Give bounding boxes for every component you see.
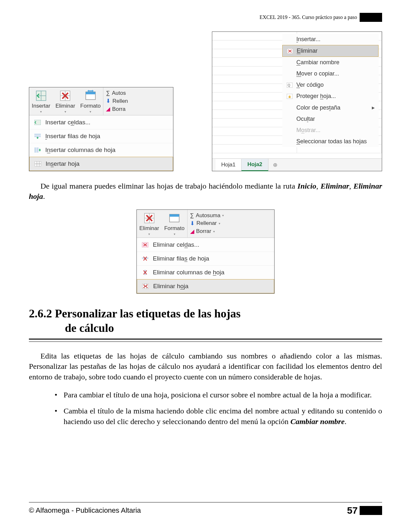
delete-row-icon — [141, 255, 149, 262]
page-header: EXCEL 2019 - 365. Curso práctico paso a … — [29, 13, 382, 22]
paragraph-1: De igual manera puedes eliminar las hoja… — [29, 181, 382, 202]
svg-rect-7 — [86, 92, 95, 94]
ctx-label: Mover o copiar... — [296, 70, 339, 77]
menu-insert-cells[interactable]: Insertar celdas... — [29, 115, 173, 129]
dropdown-arrow-icon: ▾ — [213, 230, 215, 233]
menu-label: Eliminar filas de hoja — [153, 255, 209, 262]
ribbon-btn-eliminar[interactable]: Eliminar ▾ — [53, 87, 78, 115]
menu-delete-columns[interactable]: Eliminar columnas de hoja — [137, 265, 274, 279]
section-heading-262: 2.6.2 Personalizar las etiquetas de las … — [29, 306, 382, 340]
menu-label: Insertar hoja — [46, 160, 80, 167]
format-icon — [85, 90, 96, 102]
delete-sheet-icon — [286, 49, 293, 54]
bullet-1: Para cambiar el título de una hoja, posi… — [55, 390, 382, 400]
menu-delete-cells[interactable]: Eliminar celdas... — [137, 238, 274, 252]
sheet-tab-add[interactable]: ⊕ — [268, 160, 282, 170]
eraser-icon: ◢ — [106, 106, 110, 112]
ribbon-label: Eliminar — [139, 225, 159, 232]
sheet-tab-strip: Hoja1 Hoja2 ⊕ — [212, 159, 382, 171]
ctx-select-all[interactable]: Seleccionar todas las hojas — [282, 136, 379, 147]
ribbon-btn-insertar[interactable]: Insertar ▾ — [29, 87, 53, 115]
ribbon-btn-formato[interactable]: Formato ▾ — [162, 210, 187, 237]
menu-label: Eliminar hoja — [153, 283, 188, 290]
ctx-label: Color de pestaña — [296, 104, 340, 111]
fig-sheet-context-menu: Insertar... Eliminar Cambiar nombre Move… — [212, 31, 382, 171]
sheet-tab-hoja2[interactable]: Hoja2 — [241, 159, 268, 171]
menu-label: Eliminar celdas... — [153, 241, 199, 248]
delete-dropdown-menu: Eliminar celdas... Eliminar filas de hoj… — [137, 238, 274, 293]
sheet-context-menu: Insertar... Eliminar Cambiar nombre Move… — [282, 34, 379, 147]
svg-rect-21 — [289, 96, 291, 98]
fig-insert-ribbon: Insertar ▾ Eliminar ▾ Formato ▾ — [29, 87, 173, 171]
ribbon: Insertar ▾ Eliminar ▾ Formato ▾ — [29, 87, 173, 115]
fill-item[interactable]: ⬇Rellenar▾ — [190, 219, 272, 227]
menu-insert-sheet[interactable]: Insertar hoja — [29, 157, 173, 171]
insert-cells-icon — [34, 119, 41, 126]
submenu-arrow-icon: ▸ — [372, 104, 375, 111]
ribbon-btn-formato[interactable]: Formato ▾ — [78, 87, 103, 115]
ctx-label: Ver código — [296, 82, 324, 88]
page-footer: © Alfaomega - Publicaciones Altaria 57 — [29, 502, 382, 516]
ribbon-label: Formato — [80, 103, 101, 109]
sigma-icon: ∑ — [190, 212, 194, 219]
bullet-2: Cambia el título de la misma haciendo do… — [55, 406, 382, 427]
svg-text:Q: Q — [288, 84, 290, 87]
ctx-view-code[interactable]: QVer código — [282, 79, 379, 91]
ctx-label: Ocultar — [296, 116, 315, 122]
ribbon-side: ∑Autos ⬇Rellen ◢Borra — [103, 87, 173, 115]
autosum-item[interactable]: ∑Autosuma▾ — [190, 212, 272, 219]
insert-sheet-icon — [34, 161, 42, 167]
fig-delete-ribbon: Eliminar ▾ Formato ▾ ∑Autosuma▾ ⬇Rellena… — [136, 209, 275, 294]
ctx-label: Seleccionar todas las hojas — [296, 138, 367, 145]
sheet-tab-hoja1[interactable]: Hoja1 — [215, 159, 241, 171]
dropdown-arrow-icon: ▾ — [222, 214, 224, 217]
clear-item[interactable]: ◢Borrar▾ — [190, 227, 272, 235]
dropdown-arrow-icon: ▾ — [219, 222, 220, 225]
header-title: EXCEL 2019 - 365. Curso práctico paso a … — [259, 14, 357, 20]
svg-rect-9 — [34, 134, 41, 135]
worksheet-grid: Insertar... Eliminar Cambiar nombre Move… — [212, 32, 382, 159]
heading-rule — [29, 341, 382, 342]
svg-rect-26 — [170, 214, 179, 217]
svg-rect-12 — [37, 147, 39, 153]
eraser-icon: ◢ — [190, 228, 194, 235]
ctx-move-copy[interactable]: Mover o copiar... — [282, 68, 379, 79]
menu-label: Eliminar columnas de hoja — [153, 269, 224, 276]
ribbon-side: ∑Autosuma▾ ⬇Rellenar▾ ◢Borrar▾ — [187, 210, 274, 237]
ctx-hide[interactable]: Ocultar — [282, 113, 379, 125]
insert-dropdown-menu: Insertar celdas... Insertar filas de hoj… — [29, 115, 173, 171]
ctx-rename[interactable]: Cambiar nombre — [282, 57, 379, 68]
ctx-label: Proteger hoja... — [296, 93, 336, 100]
ctx-insertar[interactable]: Insertar... — [282, 34, 379, 45]
autosum-item[interactable]: ∑Autos — [106, 89, 171, 97]
dropdown-arrow-icon: ▾ — [174, 232, 175, 236]
menu-label: Insertar filas de hoja — [45, 133, 100, 140]
format-icon — [169, 212, 180, 224]
header-decor — [360, 13, 382, 22]
ctx-eliminar[interactable]: Eliminar — [282, 45, 379, 57]
ctx-label: Mostrar... — [296, 127, 320, 134]
menu-delete-sheet[interactable]: Eliminar hoja — [137, 279, 274, 293]
sigma-icon: ∑ — [106, 90, 110, 96]
page-number: 57 — [347, 505, 358, 516]
fill-item[interactable]: ⬇Rellen — [106, 97, 171, 105]
delete-cells-icon — [141, 242, 149, 248]
menu-delete-rows[interactable]: Eliminar filas de hoja — [137, 252, 274, 265]
footer-decor — [360, 506, 382, 515]
protect-icon — [286, 94, 293, 99]
menu-insert-columns[interactable]: Insertar columnas de hoja — [29, 143, 173, 157]
dropdown-arrow-icon: ▾ — [65, 110, 66, 113]
menu-insert-rows[interactable]: Insertar filas de hoja — [29, 129, 173, 143]
ribbon-label: Insertar — [32, 103, 50, 109]
svg-rect-11 — [34, 147, 36, 153]
ctx-label: Cambiar nombre — [296, 59, 339, 66]
delete-cells-icon — [144, 212, 155, 224]
ribbon: Eliminar ▾ Formato ▾ ∑Autosuma▾ ⬇Rellena… — [137, 210, 274, 238]
delete-column-icon — [141, 269, 149, 276]
ctx-tab-color[interactable]: Color de pestaña▸ — [282, 102, 379, 113]
fig-delete-ribbon-wrap: Eliminar ▾ Formato ▾ ∑Autosuma▾ ⬇Rellena… — [29, 209, 382, 294]
clear-item[interactable]: ◢Borra — [106, 105, 171, 113]
ribbon-btn-eliminar[interactable]: Eliminar ▾ — [137, 210, 162, 237]
ctx-protect-sheet[interactable]: Proteger hoja... — [282, 91, 379, 102]
dropdown-arrow-icon: ▾ — [90, 110, 91, 113]
